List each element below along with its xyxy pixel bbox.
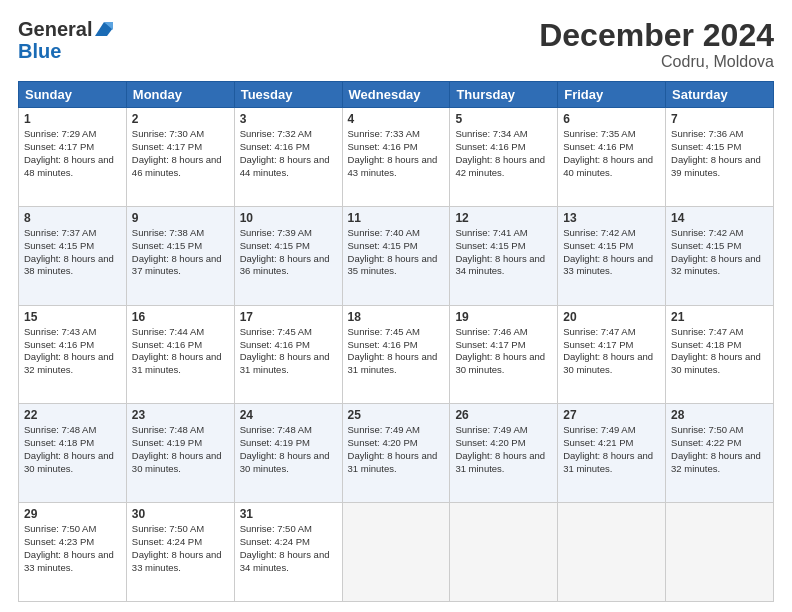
empty-cell-3 <box>558 503 666 602</box>
day-17: 17 Sunrise: 7:45 AMSunset: 4:16 PMDaylig… <box>234 305 342 404</box>
day-1: 1 Sunrise: 7:29 AMSunset: 4:17 PMDayligh… <box>19 108 127 207</box>
day-30: 30 Sunrise: 7:50 AMSunset: 4:24 PMDaylig… <box>126 503 234 602</box>
calendar-week-1: 1 Sunrise: 7:29 AMSunset: 4:17 PMDayligh… <box>19 108 774 207</box>
logo-general: General <box>18 18 92 40</box>
day-20: 20 Sunrise: 7:47 AMSunset: 4:17 PMDaylig… <box>558 305 666 404</box>
header-tuesday: Tuesday <box>234 82 342 108</box>
logo-blue-text: Blue <box>18 40 61 62</box>
day-29: 29 Sunrise: 7:50 AMSunset: 4:23 PMDaylig… <box>19 503 127 602</box>
day-25: 25 Sunrise: 7:49 AMSunset: 4:20 PMDaylig… <box>342 404 450 503</box>
day-16: 16 Sunrise: 7:44 AMSunset: 4:16 PMDaylig… <box>126 305 234 404</box>
day-21: 21 Sunrise: 7:47 AMSunset: 4:18 PMDaylig… <box>666 305 774 404</box>
calendar-week-4: 22 Sunrise: 7:48 AMSunset: 4:18 PMDaylig… <box>19 404 774 503</box>
calendar-week-2: 8 Sunrise: 7:37 AMSunset: 4:15 PMDayligh… <box>19 206 774 305</box>
header-sunday: Sunday <box>19 82 127 108</box>
empty-cell-2 <box>450 503 558 602</box>
day-18: 18 Sunrise: 7:45 AMSunset: 4:16 PMDaylig… <box>342 305 450 404</box>
day-4: 4 Sunrise: 7:33 AMSunset: 4:16 PMDayligh… <box>342 108 450 207</box>
day-31: 31 Sunrise: 7:50 AMSunset: 4:24 PMDaylig… <box>234 503 342 602</box>
logo-text: General <box>18 18 115 40</box>
header-monday: Monday <box>126 82 234 108</box>
day-14: 14 Sunrise: 7:42 AMSunset: 4:15 PMDaylig… <box>666 206 774 305</box>
header: General Blue December 2024 Codru, Moldov… <box>18 18 774 71</box>
day-28: 28 Sunrise: 7:50 AMSunset: 4:22 PMDaylig… <box>666 404 774 503</box>
calendar-week-5: 29 Sunrise: 7:50 AMSunset: 4:23 PMDaylig… <box>19 503 774 602</box>
day-12: 12 Sunrise: 7:41 AMSunset: 4:15 PMDaylig… <box>450 206 558 305</box>
day-3: 3 Sunrise: 7:32 AMSunset: 4:16 PMDayligh… <box>234 108 342 207</box>
day-26: 26 Sunrise: 7:49 AMSunset: 4:20 PMDaylig… <box>450 404 558 503</box>
day-19: 19 Sunrise: 7:46 AMSunset: 4:17 PMDaylig… <box>450 305 558 404</box>
header-saturday: Saturday <box>666 82 774 108</box>
header-friday: Friday <box>558 82 666 108</box>
empty-cell-1 <box>342 503 450 602</box>
day-2: 2 Sunrise: 7:30 AMSunset: 4:17 PMDayligh… <box>126 108 234 207</box>
day-13: 13 Sunrise: 7:42 AMSunset: 4:15 PMDaylig… <box>558 206 666 305</box>
calendar-week-3: 15 Sunrise: 7:43 AMSunset: 4:16 PMDaylig… <box>19 305 774 404</box>
calendar-table: Sunday Monday Tuesday Wednesday Thursday… <box>18 81 774 602</box>
page-subtitle: Codru, Moldova <box>539 53 774 71</box>
day-9: 9 Sunrise: 7:38 AMSunset: 4:15 PMDayligh… <box>126 206 234 305</box>
logo-icon <box>93 20 115 38</box>
day-23: 23 Sunrise: 7:48 AMSunset: 4:19 PMDaylig… <box>126 404 234 503</box>
day-27: 27 Sunrise: 7:49 AMSunset: 4:21 PMDaylig… <box>558 404 666 503</box>
day-10: 10 Sunrise: 7:39 AMSunset: 4:15 PMDaylig… <box>234 206 342 305</box>
logo-blue: Blue <box>18 40 61 62</box>
day-22: 22 Sunrise: 7:48 AMSunset: 4:18 PMDaylig… <box>19 404 127 503</box>
calendar-header-row: Sunday Monday Tuesday Wednesday Thursday… <box>19 82 774 108</box>
day-24: 24 Sunrise: 7:48 AMSunset: 4:19 PMDaylig… <box>234 404 342 503</box>
page-title: December 2024 <box>539 18 774 53</box>
logo: General Blue <box>18 18 115 62</box>
day-7: 7 Sunrise: 7:36 AMSunset: 4:15 PMDayligh… <box>666 108 774 207</box>
empty-cell-4 <box>666 503 774 602</box>
title-block: December 2024 Codru, Moldova <box>539 18 774 71</box>
day-15: 15 Sunrise: 7:43 AMSunset: 4:16 PMDaylig… <box>19 305 127 404</box>
page: General Blue December 2024 Codru, Moldov… <box>0 0 792 612</box>
day-6: 6 Sunrise: 7:35 AMSunset: 4:16 PMDayligh… <box>558 108 666 207</box>
day-5: 5 Sunrise: 7:34 AMSunset: 4:16 PMDayligh… <box>450 108 558 207</box>
day-11: 11 Sunrise: 7:40 AMSunset: 4:15 PMDaylig… <box>342 206 450 305</box>
day-8: 8 Sunrise: 7:37 AMSunset: 4:15 PMDayligh… <box>19 206 127 305</box>
header-thursday: Thursday <box>450 82 558 108</box>
header-wednesday: Wednesday <box>342 82 450 108</box>
